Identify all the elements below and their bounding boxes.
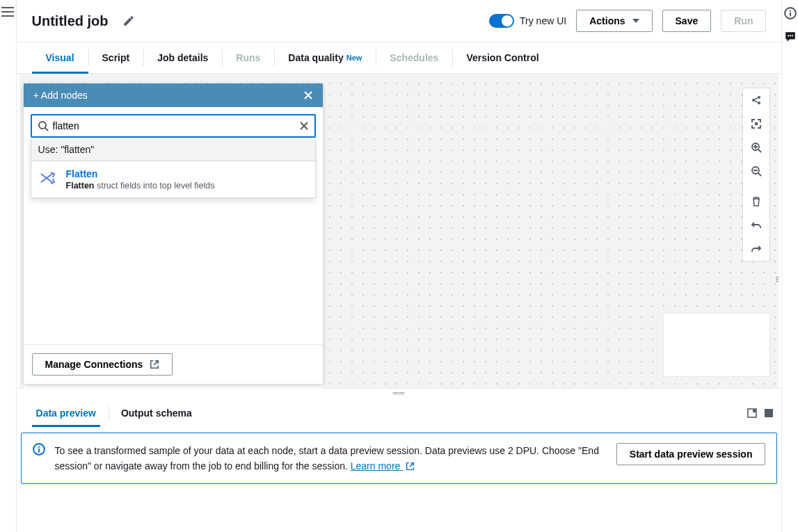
node-search-input[interactable]: [31, 114, 316, 138]
result-desc: Flatten struct fields into top level fie…: [66, 181, 215, 191]
external-link-icon: [150, 360, 159, 369]
feedback-icon[interactable]: [784, 31, 797, 43]
tab-schedules: Schedules: [376, 42, 452, 73]
vertical-resize-handle[interactable]: [775, 275, 779, 284]
tab-job-details[interactable]: Job details: [143, 42, 222, 73]
svg-point-6: [758, 102, 760, 104]
zoom-in-icon[interactable]: [743, 136, 769, 159]
svg-rect-12: [765, 409, 773, 417]
actions-button[interactable]: Actions: [576, 10, 652, 32]
tab-data-preview[interactable]: Data preview: [24, 399, 109, 427]
popout-icon[interactable]: [747, 408, 758, 419]
toggle-switch-icon[interactable]: [489, 14, 514, 28]
canvas-toolbar: [742, 88, 770, 261]
tab-visual[interactable]: Visual: [32, 42, 88, 73]
canvas-minimap[interactable]: [663, 313, 770, 377]
toggle-label: Try new UI: [520, 15, 566, 26]
svg-point-5: [758, 96, 760, 99]
delete-icon[interactable]: [743, 190, 769, 213]
external-link-icon: [406, 462, 415, 471]
use-query-option[interactable]: Use: "flatten": [31, 138, 315, 161]
maximize-icon[interactable]: [763, 408, 774, 419]
bottom-tabs: Data preview Output schema: [17, 399, 782, 427]
tab-data-quality[interactable]: Data qualityNew: [274, 42, 376, 73]
pencil-icon[interactable]: [122, 15, 135, 27]
info-panel-icon[interactable]: [784, 7, 797, 19]
svg-rect-7: [755, 122, 758, 125]
tab-script[interactable]: Script: [88, 42, 144, 73]
title-bar: Untitled job Try new UI Actions Save Run: [17, 0, 782, 42]
menu-toggle-icon[interactable]: [1, 7, 14, 532]
svg-point-16: [790, 10, 791, 12]
redo-icon[interactable]: [743, 237, 769, 261]
learn-more-link[interactable]: Learn more: [351, 460, 415, 471]
chevron-down-icon: [632, 19, 639, 23]
svg-point-14: [38, 446, 39, 448]
panel-title: + Add nodes: [33, 90, 88, 101]
svg-point-4: [752, 99, 755, 102]
flatten-icon: [38, 168, 58, 188]
info-icon: [33, 443, 45, 456]
share-icon[interactable]: [743, 88, 769, 112]
run-button: Run: [721, 10, 766, 32]
add-nodes-panel: + Add nodes: [24, 83, 323, 384]
tab-output-schema[interactable]: Output schema: [109, 399, 205, 427]
zoom-out-icon[interactable]: [743, 159, 769, 183]
svg-point-3: [39, 122, 46, 129]
svg-point-17: [788, 35, 789, 36]
svg-point-19: [791, 35, 792, 36]
search-dropdown: Use: "flatten": [31, 138, 316, 198]
manage-connections-button[interactable]: Manage Connections: [32, 353, 173, 376]
clear-search-icon[interactable]: [299, 121, 309, 131]
job-title: Untitled job: [32, 13, 109, 29]
search-field[interactable]: [49, 120, 299, 131]
fit-view-icon[interactable]: [743, 112, 769, 136]
search-icon: [38, 120, 49, 131]
data-preview-notice: To see a transformed sample of your data…: [21, 433, 778, 484]
result-title: Flatten: [66, 168, 215, 179]
tab-runs: Runs: [222, 42, 274, 73]
search-result-flatten[interactable]: Flatten Flatten struct fields into top l…: [31, 161, 315, 198]
svg-rect-11: [753, 410, 756, 412]
tab-version-control[interactable]: Version Control: [452, 42, 552, 73]
svg-point-18: [790, 35, 791, 36]
primary-tabs: Visual Script Job details Runs Data qual…: [17, 42, 782, 74]
notice-text: To see a transformed sample of your data…: [55, 445, 599, 471]
undo-icon[interactable]: [743, 213, 769, 237]
save-button[interactable]: Save: [662, 10, 712, 32]
start-data-preview-button[interactable]: Start data preview session: [616, 443, 766, 465]
close-icon[interactable]: [303, 90, 313, 100]
try-new-ui-toggle[interactable]: Try new UI: [489, 14, 566, 28]
